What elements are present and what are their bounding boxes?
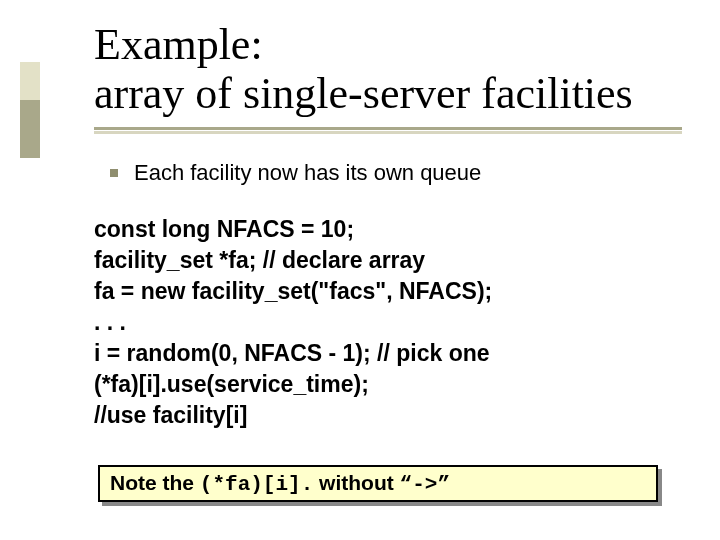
code-block: const long NFACS = 10; facility_set *fa;… [94,214,684,431]
note-code-1: (*fa)[i]. [200,473,313,496]
code-line: i = random(0, NFACS - 1); // pick one [94,340,490,366]
slide: Example: array of single-server faciliti… [0,0,720,540]
code-line: (*fa)[i].use(service_time); [94,371,369,397]
title-line-1: Example: [94,20,263,69]
slide-body: Each facility now has its own queue cons… [94,160,684,502]
bullet-item: Each facility now has its own queue [110,160,684,186]
note-prefix: Note the [110,471,200,494]
decor-block [20,62,40,158]
code-line: facility_set *fa; // declare array [94,247,425,273]
bullet-text: Each facility now has its own queue [134,160,481,186]
code-line: fa = new facility_set("facs", NFACS); [94,278,492,304]
title-line-2: array of single-server facilities [94,69,633,118]
note-box: Note the (*fa)[i]. without “->” [98,465,658,502]
title-area: Example: array of single-server faciliti… [94,20,694,130]
code-line: . . . [94,309,126,335]
code-line: const long NFACS = 10; [94,216,354,242]
title-underline [94,127,682,130]
decor-top [20,62,40,100]
note-code-2: “->” [400,473,450,496]
code-line: //use facility[i] [94,402,247,428]
note-mid: without [313,471,399,494]
square-bullet-icon [110,169,118,177]
decor-bot [20,100,40,158]
slide-title: Example: array of single-server faciliti… [94,20,694,119]
